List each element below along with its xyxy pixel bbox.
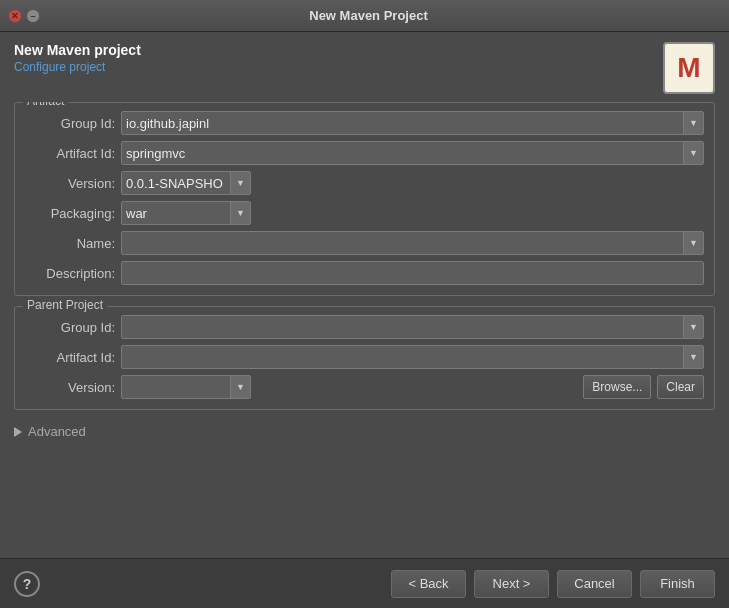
artifact-id-field-container[interactable]: ▼ — [121, 141, 704, 165]
parent-version-label: Version: — [25, 380, 115, 395]
form-body: Artifact Group Id: ▼ Artifact Id: ▼ Ver — [0, 102, 729, 558]
maven-icon: M — [663, 42, 715, 94]
browse-button[interactable]: Browse... — [583, 375, 651, 399]
help-button[interactable]: ? — [14, 571, 40, 597]
finish-button[interactable]: Finish — [640, 570, 715, 598]
header-text: New Maven project Configure project — [14, 42, 141, 74]
artifact-section: Artifact Group Id: ▼ Artifact Id: ▼ Ver — [14, 102, 715, 296]
packaging-row: Packaging: ▼ — [25, 201, 704, 225]
clear-button[interactable]: Clear — [657, 375, 704, 399]
main-content: New Maven project Configure project M Ar… — [0, 32, 729, 608]
parent-group-id-label: Group Id: — [25, 320, 115, 335]
window-controls[interactable]: ✕ – — [8, 9, 40, 23]
parent-artifact-id-input[interactable] — [122, 346, 683, 368]
parent-version-dropdown-arrow[interactable]: ▼ — [230, 376, 250, 398]
dialog-title: New Maven project — [14, 42, 141, 58]
parent-artifact-id-dropdown-arrow[interactable]: ▼ — [683, 346, 703, 368]
name-row: Name: ▼ — [25, 231, 704, 255]
dialog-subtitle: Configure project — [14, 60, 141, 74]
description-label: Description: — [25, 266, 115, 281]
advanced-label: Advanced — [28, 424, 86, 439]
parent-group-id-row: Group Id: ▼ — [25, 315, 704, 339]
description-input[interactable] — [121, 261, 704, 285]
artifact-id-input[interactable] — [122, 142, 683, 164]
group-id-field-container[interactable]: ▼ — [121, 111, 704, 135]
parent-version-input[interactable] — [122, 376, 230, 398]
version-dropdown-arrow[interactable]: ▼ — [230, 172, 250, 194]
artifact-legend: Artifact — [23, 102, 68, 108]
packaging-input[interactable] — [122, 202, 230, 224]
packaging-label: Packaging: — [25, 206, 115, 221]
packaging-dropdown-arrow[interactable]: ▼ — [230, 202, 250, 224]
close-button[interactable]: ✕ — [8, 9, 22, 23]
description-row: Description: — [25, 261, 704, 285]
artifact-id-label: Artifact Id: — [25, 146, 115, 161]
artifact-id-dropdown-arrow[interactable]: ▼ — [683, 142, 703, 164]
parent-version-field-container[interactable]: ▼ — [121, 375, 251, 399]
artifact-id-row: Artifact Id: ▼ — [25, 141, 704, 165]
parent-project-section: Parent Project Group Id: ▼ Artifact Id: … — [14, 306, 715, 410]
title-bar: ✕ – New Maven Project — [0, 0, 729, 32]
name-input[interactable] — [122, 232, 683, 254]
parent-group-id-input[interactable] — [122, 316, 683, 338]
version-field-container[interactable]: ▼ — [121, 171, 251, 195]
minimize-button[interactable]: – — [26, 9, 40, 23]
group-id-row: Group Id: ▼ — [25, 111, 704, 135]
name-field-container[interactable]: ▼ — [121, 231, 704, 255]
name-label: Name: — [25, 236, 115, 251]
packaging-field-container[interactable]: ▼ — [121, 201, 251, 225]
parent-artifact-id-field-container[interactable]: ▼ — [121, 345, 704, 369]
next-button[interactable]: Next > — [474, 570, 549, 598]
advanced-triangle-icon — [14, 427, 22, 437]
parent-project-legend: Parent Project — [23, 298, 107, 312]
group-id-label: Group Id: — [25, 116, 115, 131]
bottom-bar: ? < Back Next > Cancel Finish — [0, 558, 729, 608]
window-title: New Maven Project — [46, 8, 691, 23]
parent-group-id-field-container[interactable]: ▼ — [121, 315, 704, 339]
parent-artifact-id-row: Artifact Id: ▼ — [25, 345, 704, 369]
parent-group-id-dropdown-arrow[interactable]: ▼ — [683, 316, 703, 338]
advanced-section[interactable]: Advanced — [14, 420, 715, 443]
version-row: Version: ▼ — [25, 171, 704, 195]
name-dropdown-arrow[interactable]: ▼ — [683, 232, 703, 254]
parent-artifact-id-label: Artifact Id: — [25, 350, 115, 365]
parent-version-row: Version: ▼ Browse... Clear — [25, 375, 704, 399]
group-id-input[interactable] — [122, 112, 683, 134]
dialog-header: New Maven project Configure project M — [0, 32, 729, 102]
back-button[interactable]: < Back — [391, 570, 466, 598]
cancel-button[interactable]: Cancel — [557, 570, 632, 598]
version-input[interactable] — [122, 172, 230, 194]
version-label: Version: — [25, 176, 115, 191]
group-id-dropdown-arrow[interactable]: ▼ — [683, 112, 703, 134]
